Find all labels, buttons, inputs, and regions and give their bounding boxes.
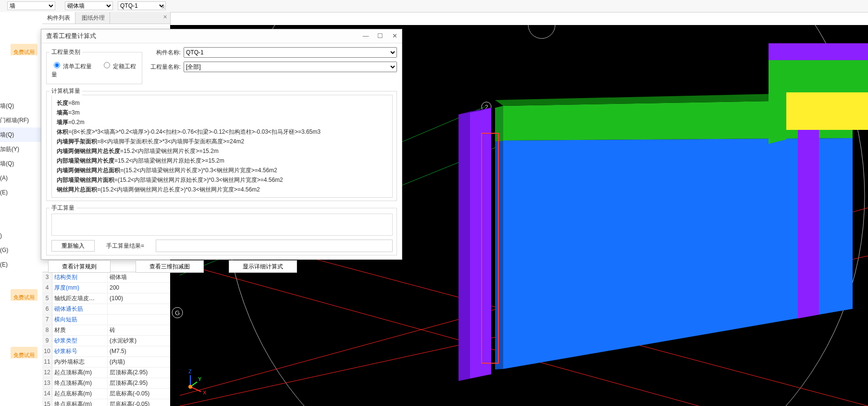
sidebar-item[interactable]: 门框墙(RF) bbox=[0, 113, 42, 127]
property-row[interactable]: 6砌体通长筋 bbox=[42, 304, 170, 315]
sidebar-item[interactable]: (E) bbox=[0, 185, 42, 200]
property-value[interactable]: 层底标高(-0.05) bbox=[108, 389, 170, 399]
property-name: 起点顶标高(m) bbox=[52, 368, 108, 378]
radio-list[interactable]: 清单工程量 bbox=[51, 63, 92, 70]
svg-point-31 bbox=[188, 385, 192, 389]
label-amount-name: 工程量名称: bbox=[149, 63, 184, 71]
sidebar-item[interactable]: 墙(Q) bbox=[0, 99, 42, 113]
category-dropdown-3[interactable]: QTQ-1 bbox=[118, 1, 166, 10]
sidebar-item[interactable]: (E) bbox=[0, 257, 42, 272]
svg-marker-14 bbox=[495, 140, 503, 369]
top-bar: 墙 砌体墙 QTQ-1 bbox=[0, 0, 868, 13]
svg-marker-16 bbox=[495, 106, 503, 141]
property-row[interactable]: 7横向短筋 bbox=[42, 315, 170, 325]
property-row[interactable]: 10砂浆标号(M7.5) bbox=[42, 346, 170, 357]
calc-line: 内部墙梁钢丝网片长度=15.2<内部墙梁钢丝网片原始长度>=15.2m bbox=[57, 156, 387, 165]
property-row[interactable]: 15终点底标高(m)层底标高(-0.05) bbox=[42, 399, 170, 406]
amount-name-select[interactable]: [全部] bbox=[184, 62, 397, 72]
label-component-name: 构件名称: bbox=[149, 49, 184, 57]
calc-result-panel[interactable]: 长度=8m墙高=3m墙厚=0.2m体积=(8<长度>*3<墙高>*0.2<墙厚>… bbox=[51, 95, 393, 198]
property-value[interactable] bbox=[108, 304, 170, 314]
view-rule-button[interactable]: 查看计算规则 bbox=[48, 260, 111, 273]
property-name: 厚度(mm) bbox=[52, 283, 108, 293]
calc-line: 钢丝网片总面积=(15.2<内墙两侧钢丝网片总长度>)*0.3<钢丝网片宽度>=… bbox=[57, 185, 387, 194]
svg-rect-23 bbox=[769, 43, 868, 60]
show-detail-button[interactable]: 显示详细计算式 bbox=[229, 260, 297, 273]
property-name: 材质 bbox=[52, 325, 108, 335]
reinput-button[interactable]: 重新输入 bbox=[51, 240, 95, 252]
property-value[interactable]: (水泥砂浆) bbox=[108, 336, 170, 346]
sidebar-item[interactable] bbox=[0, 214, 42, 228]
badge-free-trial[interactable]: 免费试用 bbox=[0, 344, 42, 358]
sidebar-item[interactable] bbox=[0, 84, 42, 99]
maximize-icon[interactable]: ☐ bbox=[373, 29, 387, 43]
row-index: 10 bbox=[42, 346, 52, 356]
category-dropdown-1[interactable]: 墙 bbox=[7, 1, 55, 10]
sidebar-item[interactable] bbox=[0, 12, 42, 26]
sidebar-item[interactable] bbox=[0, 70, 42, 84]
sidebar-item[interactable] bbox=[0, 315, 42, 330]
sidebar-item[interactable]: 墙(Q) bbox=[0, 156, 42, 171]
property-value[interactable]: (内墙) bbox=[108, 357, 170, 367]
component-name-select[interactable]: QTQ-1 bbox=[184, 47, 397, 58]
sidebar-items: 免费试用墙(Q)门框墙(RF)墙(Q)加筋(Y)墙(Q)(A)(E))(G)(E… bbox=[0, 12, 42, 358]
view-3d-button[interactable]: 查看三维扣减图 bbox=[136, 260, 204, 273]
dialog-title-bar[interactable]: 查看工程量计算式 ✕ ☐ — bbox=[41, 29, 402, 43]
sidebar-item[interactable] bbox=[0, 272, 42, 286]
manual-result-input[interactable] bbox=[156, 240, 393, 252]
row-index: 13 bbox=[42, 378, 52, 388]
sidebar-item[interactable] bbox=[0, 330, 42, 344]
property-row[interactable]: 8材质砖 bbox=[42, 325, 170, 336]
sidebar-item[interactable]: (G) bbox=[0, 243, 42, 257]
property-row[interactable]: 9砂浆类型(水泥砂浆) bbox=[42, 336, 170, 346]
svg-marker-21 bbox=[798, 106, 819, 318]
calc-line: 内墙脚手架面积=8<内墙脚手架面积长度>*3<内墙脚手架面积高度>=24m2 bbox=[57, 137, 387, 146]
tab-component-list[interactable]: 构件列表 bbox=[42, 12, 75, 24]
property-row[interactable]: 11内/外墙标志(内墙) bbox=[42, 357, 170, 368]
svg-text:X: X bbox=[203, 390, 207, 395]
property-row[interactable]: 14起点底标高(m)层底标高(-0.05) bbox=[42, 389, 170, 399]
sidebar-item[interactable] bbox=[0, 26, 42, 41]
sidebar-item[interactable]: 加筋(Y) bbox=[0, 142, 42, 156]
row-index: 9 bbox=[42, 336, 52, 346]
property-name: 横向短筋 bbox=[52, 315, 108, 325]
calc-line: 内部墙梁钢丝网片面积=(15.2<内部墙梁钢丝网片原始长度>)*0.3<钢丝网片… bbox=[57, 175, 387, 185]
sidebar-item[interactable]: ) bbox=[0, 228, 42, 243]
mid-tabs: ✕ 构件列表 图纸外理 bbox=[42, 12, 170, 24]
row-index: 7 bbox=[42, 315, 52, 325]
property-value[interactable] bbox=[108, 315, 170, 325]
svg-text:Z: Z bbox=[188, 368, 192, 374]
property-value[interactable]: 层底标高(-0.05) bbox=[108, 399, 170, 406]
row-index: 6 bbox=[42, 304, 52, 314]
property-value[interactable]: 层顶标高(2.95) bbox=[108, 378, 170, 388]
calc-line: 内墙两侧钢丝网片总长度=15.2<内部墙梁钢丝网片长度>=15.2m bbox=[57, 146, 387, 156]
manual-input[interactable] bbox=[51, 214, 393, 236]
calc-formula-dialog: 查看工程量计算式 ✕ ☐ — 工程量类别 清单工程量 定额工程量 构件名称: Q… bbox=[41, 29, 402, 260]
sidebar-item[interactable] bbox=[0, 200, 42, 214]
badge-free-trial[interactable]: 免费试用 bbox=[0, 286, 42, 301]
row-index: 11 bbox=[42, 357, 52, 367]
close-icon[interactable]: ✕ bbox=[387, 29, 402, 43]
close-icon[interactable]: ✕ bbox=[161, 4, 165, 11]
sidebar-item[interactable] bbox=[0, 55, 42, 70]
tab-drawing[interactable]: 图纸外理 bbox=[77, 12, 110, 24]
category-dropdown-2[interactable]: 砌体墙 bbox=[65, 1, 113, 10]
property-value[interactable]: 砖 bbox=[108, 325, 170, 335]
property-value[interactable]: 层顶标高(2.95) bbox=[108, 368, 170, 378]
property-row[interactable]: 12起点顶标高(m)层顶标高(2.95) bbox=[42, 368, 170, 378]
badge-free-trial[interactable]: 免费试用 bbox=[0, 41, 42, 55]
sidebar-item[interactable]: 墙(Q) bbox=[0, 127, 42, 142]
property-value[interactable]: (100) bbox=[108, 293, 170, 304]
property-row[interactable]: 5轴线距左墙皮…(100) bbox=[42, 293, 170, 304]
property-value[interactable]: 200 bbox=[108, 283, 170, 293]
property-name: 终点底标高(m) bbox=[52, 399, 108, 406]
close-icon[interactable]: ✕ bbox=[163, 14, 167, 20]
sidebar-item[interactable]: (A) bbox=[0, 171, 42, 185]
minimize-icon[interactable]: — bbox=[359, 29, 373, 43]
property-value[interactable]: (M7.5) bbox=[108, 346, 170, 356]
property-row[interactable]: 4厚度(mm)200 bbox=[42, 283, 170, 293]
sidebar-item[interactable] bbox=[0, 301, 42, 315]
row-index: 4 bbox=[42, 283, 52, 293]
svg-marker-19 bbox=[459, 112, 470, 381]
property-row[interactable]: 13终点顶标高(m)层顶标高(2.95) bbox=[42, 378, 170, 389]
